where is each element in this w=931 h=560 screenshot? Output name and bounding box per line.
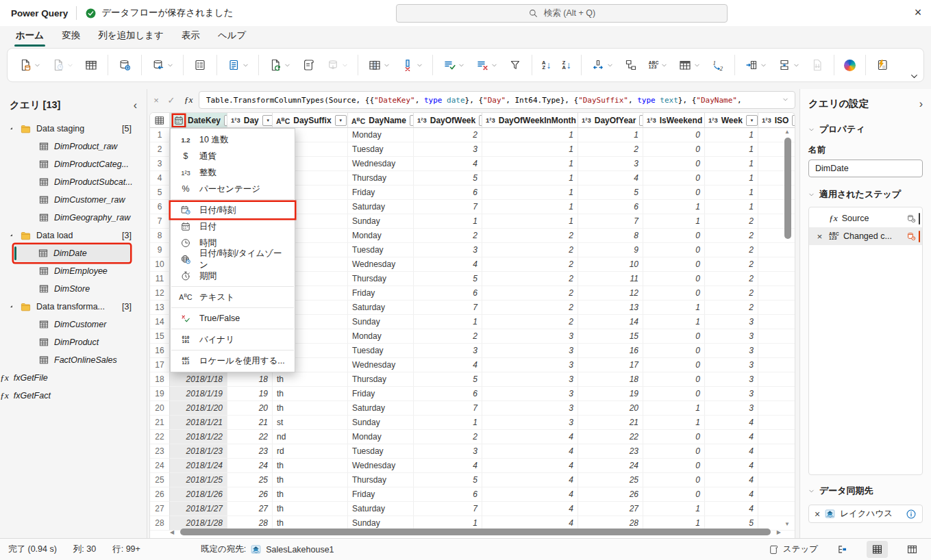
- row-number[interactable]: 10: [150, 257, 170, 272]
- scroll-up-arrow[interactable]: ▲: [784, 129, 790, 135]
- append-queries-button[interactable]: [772, 51, 805, 79]
- sidebar-item-data-staging[interactable]: Data staging[5]: [0, 120, 147, 138]
- date-type-icon[interactable]: [173, 115, 184, 126]
- sidebar-item-dimstore[interactable]: DimStore: [0, 280, 147, 298]
- cell[interactable]: 4: [482, 502, 578, 516]
- sidebar-item-dimproductcateg[interactable]: DimProductCateg...: [0, 155, 147, 173]
- tab-help[interactable]: ヘルプ: [209, 26, 255, 47]
- row-number[interactable]: 20: [150, 401, 170, 416]
- cell[interactable]: 4: [414, 358, 482, 372]
- cell[interactable]: 2018/1/22: [170, 430, 227, 444]
- row-number[interactable]: 3: [150, 157, 170, 171]
- cell[interactable]: 6: [414, 186, 482, 200]
- cell[interactable]: 2: [705, 272, 758, 286]
- cell[interactable]: 18: [578, 372, 643, 387]
- query-name-input[interactable]: DimDate: [808, 160, 923, 177]
- column-filter-button[interactable]: ▼: [746, 115, 758, 126]
- cell[interactable]: 2018/1/20: [170, 401, 227, 416]
- split-column-button[interactable]: [586, 51, 619, 79]
- row-number[interactable]: 12: [150, 286, 170, 301]
- cell[interactable]: 2: [482, 229, 578, 243]
- cell[interactable]: 1: [482, 214, 578, 229]
- cell[interactable]: 7: [414, 401, 482, 416]
- cell[interactable]: 22: [578, 430, 643, 444]
- cell[interactable]: Sunday: [348, 214, 414, 229]
- menu-item-date-time-zone[interactable]: 日付/時刻/タイムゾーン: [171, 251, 295, 268]
- cell[interactable]: 0: [643, 344, 705, 358]
- cell[interactable]: 5: [414, 272, 482, 286]
- row-number[interactable]: 6: [150, 200, 170, 214]
- cell[interactable]: 20: [227, 401, 273, 416]
- cell[interactable]: 3: [705, 329, 758, 344]
- row-number[interactable]: 8: [150, 229, 170, 243]
- merge-queries-button[interactable]: [739, 51, 772, 79]
- cell[interactable]: 1: [643, 200, 705, 214]
- ai-insights-button[interactable]: [870, 51, 895, 79]
- sidebar-item-dimproduct-raw[interactable]: DimProduct_raw: [0, 138, 147, 155]
- sort-descending-button[interactable]: ZA↓: [556, 51, 576, 79]
- collapse-ribbon-button[interactable]: [910, 72, 919, 81]
- cell[interactable]: 2018/1/24: [170, 459, 227, 473]
- sidebar-item-fxgetfile[interactable]: ƒxfxGetFile: [0, 369, 147, 387]
- cell[interactable]: 3: [482, 372, 578, 387]
- cell[interactable]: 0: [643, 142, 705, 157]
- cell[interactable]: 7: [578, 214, 643, 229]
- sidebar-item-dimproductsubcat[interactable]: DimProductSubcat...: [0, 173, 147, 191]
- cell[interactable]: Tuesday: [348, 243, 414, 257]
- row-number[interactable]: 14: [150, 315, 170, 329]
- scroll-down-arrow[interactable]: ▼: [784, 522, 790, 527]
- vertical-scroll-thumb[interactable]: [784, 138, 791, 239]
- applied-steps-section-header[interactable]: 適用されたステップ: [808, 188, 923, 201]
- cell[interactable]: 3: [482, 401, 578, 416]
- choose-columns-button[interactable]: [362, 51, 395, 79]
- cell[interactable]: 0: [643, 387, 705, 401]
- get-data-button[interactable]: [13, 51, 46, 79]
- cell[interactable]: 4: [705, 487, 758, 502]
- cell[interactable]: Tuesday: [348, 344, 414, 358]
- cell[interactable]: 4: [414, 257, 482, 272]
- cell[interactable]: 8: [578, 229, 643, 243]
- cell[interactable]: Friday: [348, 487, 414, 502]
- data-source-settings-button[interactable]: [112, 51, 137, 79]
- cell[interactable]: 16: [578, 344, 643, 358]
- column-header-dayname[interactable]: ABCDayName▼: [348, 113, 414, 128]
- horizontal-scrollbar[interactable]: ◀ ▶: [170, 528, 781, 537]
- cell[interactable]: 1: [705, 157, 758, 171]
- cell[interactable]: 1: [578, 128, 643, 142]
- manage-parameters-button[interactable]: [146, 51, 179, 79]
- data-destination-section-header[interactable]: データ同期先: [808, 485, 923, 497]
- cell[interactable]: 11: [578, 272, 643, 286]
- cell[interactable]: 1: [482, 157, 578, 171]
- column-header-week[interactable]: 1²3Week▼: [705, 113, 758, 128]
- cell[interactable]: 4: [705, 444, 758, 459]
- cell[interactable]: Saturday: [348, 200, 414, 214]
- destination-info-icon[interactable]: [906, 509, 917, 520]
- copilot-button[interactable]: [839, 51, 861, 79]
- row-number[interactable]: 19: [150, 387, 170, 401]
- cell[interactable]: 15: [578, 329, 643, 344]
- cell[interactable]: 3: [482, 344, 578, 358]
- sidebar-item-factonlinesales[interactable]: FactOnlineSales: [0, 351, 147, 369]
- cell[interactable]: 5: [578, 186, 643, 200]
- tab-view[interactable]: 表示: [173, 26, 209, 47]
- cell[interactable]: 19: [578, 387, 643, 401]
- scroll-right-arrow[interactable]: ▶: [777, 529, 781, 535]
- cell[interactable]: 21: [227, 416, 273, 430]
- cell[interactable]: 4: [578, 171, 643, 186]
- row-number[interactable]: 24: [150, 459, 170, 473]
- cell[interactable]: Saturday: [348, 401, 414, 416]
- cell[interactable]: 0: [643, 257, 705, 272]
- cell[interactable]: Sunday: [348, 416, 414, 430]
- row-number[interactable]: 4: [150, 171, 170, 186]
- close-button[interactable]: ×: [909, 5, 927, 20]
- cell[interactable]: th: [273, 473, 348, 487]
- cell[interactable]: 3: [705, 344, 758, 358]
- cell[interactable]: 18: [227, 372, 273, 387]
- cell[interactable]: 0: [643, 444, 705, 459]
- cell[interactable]: 1: [414, 416, 482, 430]
- cell[interactable]: 0: [643, 487, 705, 502]
- sidebar-item-fxgetfact[interactable]: ƒxfxGetFact: [0, 387, 147, 405]
- cell[interactable]: 2018/1/26: [170, 487, 227, 502]
- cell[interactable]: 1: [414, 214, 482, 229]
- cell[interactable]: 12: [578, 286, 643, 301]
